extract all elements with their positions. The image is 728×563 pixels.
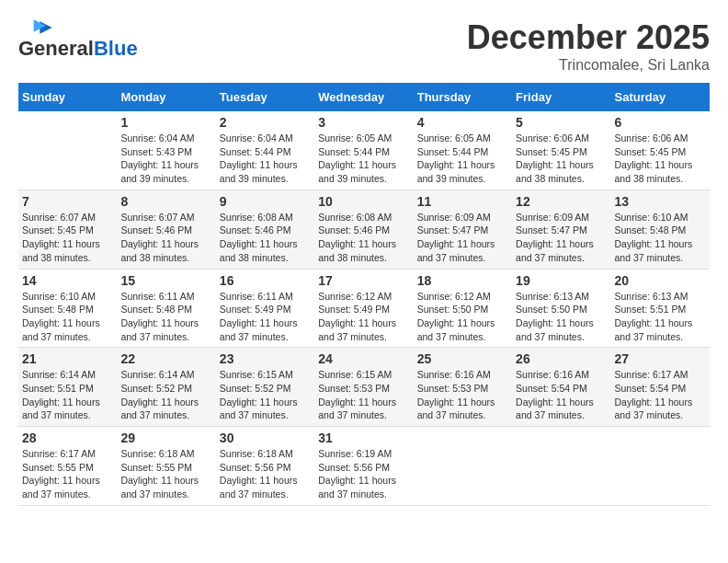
calendar-cell bbox=[611, 427, 710, 506]
calendar-cell: 16Sunrise: 6:11 AM Sunset: 5:49 PM Dayli… bbox=[216, 269, 314, 348]
cell-info: Sunrise: 6:12 AM Sunset: 5:49 PM Dayligh… bbox=[318, 290, 409, 344]
cell-info: Sunrise: 6:09 AM Sunset: 5:47 PM Dayligh… bbox=[516, 211, 607, 265]
cell-info: Sunrise: 6:16 AM Sunset: 5:53 PM Dayligh… bbox=[417, 368, 508, 422]
day-number: 8 bbox=[120, 194, 211, 209]
day-number: 17 bbox=[318, 273, 409, 288]
calendar-table: SundayMondayTuesdayWednesdayThursdayFrid… bbox=[18, 83, 710, 506]
day-number: 18 bbox=[417, 273, 508, 288]
cell-info: Sunrise: 6:04 AM Sunset: 5:43 PM Dayligh… bbox=[120, 132, 211, 186]
day-number: 5 bbox=[516, 115, 607, 130]
day-number: 4 bbox=[417, 115, 508, 130]
day-number: 25 bbox=[417, 351, 508, 366]
week-row-2: 7Sunrise: 6:07 AM Sunset: 5:45 PM Daylig… bbox=[18, 190, 710, 269]
page-header: GeneralBlue December 2025 Trincomalee, S… bbox=[18, 18, 710, 74]
day-number: 1 bbox=[120, 115, 211, 130]
day-number: 22 bbox=[120, 351, 211, 366]
day-number: 13 bbox=[615, 194, 706, 209]
header-tuesday: Tuesday bbox=[216, 83, 314, 111]
calendar-cell: 8Sunrise: 6:07 AM Sunset: 5:46 PM Daylig… bbox=[117, 190, 215, 269]
cell-info: Sunrise: 6:07 AM Sunset: 5:45 PM Dayligh… bbox=[22, 211, 113, 265]
cell-info: Sunrise: 6:09 AM Sunset: 5:47 PM Dayligh… bbox=[417, 211, 508, 265]
calendar-cell: 30Sunrise: 6:18 AM Sunset: 5:56 PM Dayli… bbox=[216, 427, 314, 506]
calendar-cell: 6Sunrise: 6:06 AM Sunset: 5:45 PM Daylig… bbox=[611, 111, 710, 190]
day-number: 29 bbox=[120, 431, 211, 445]
day-number: 31 bbox=[318, 431, 409, 445]
day-number: 27 bbox=[615, 351, 706, 366]
header-monday: Monday bbox=[117, 83, 215, 111]
calendar-cell: 10Sunrise: 6:08 AM Sunset: 5:46 PM Dayli… bbox=[314, 190, 413, 269]
cell-info: Sunrise: 6:17 AM Sunset: 5:54 PM Dayligh… bbox=[615, 368, 706, 422]
day-number: 28 bbox=[22, 431, 113, 445]
day-number: 12 bbox=[516, 194, 607, 209]
cell-info: Sunrise: 6:19 AM Sunset: 5:56 PM Dayligh… bbox=[318, 447, 409, 501]
header-saturday: Saturday bbox=[611, 83, 710, 111]
location: Trincomalee, Sri Lanka bbox=[467, 57, 710, 74]
calendar-cell: 31Sunrise: 6:19 AM Sunset: 5:56 PM Dayli… bbox=[314, 427, 413, 506]
cell-info: Sunrise: 6:16 AM Sunset: 5:54 PM Dayligh… bbox=[516, 368, 607, 422]
cell-info: Sunrise: 6:13 AM Sunset: 5:50 PM Dayligh… bbox=[516, 290, 607, 344]
day-number: 19 bbox=[516, 273, 607, 288]
cell-info: Sunrise: 6:08 AM Sunset: 5:46 PM Dayligh… bbox=[318, 211, 409, 265]
logo-icon bbox=[18, 18, 55, 37]
calendar-header-row: SundayMondayTuesdayWednesdayThursdayFrid… bbox=[18, 83, 710, 111]
cell-info: Sunrise: 6:14 AM Sunset: 5:51 PM Dayligh… bbox=[22, 368, 113, 422]
day-number: 21 bbox=[22, 351, 113, 366]
week-row-1: 1Sunrise: 6:04 AM Sunset: 5:43 PM Daylig… bbox=[18, 111, 710, 190]
calendar-cell: 7Sunrise: 6:07 AM Sunset: 5:45 PM Daylig… bbox=[18, 190, 117, 269]
cell-info: Sunrise: 6:12 AM Sunset: 5:50 PM Dayligh… bbox=[417, 290, 508, 344]
header-friday: Friday bbox=[512, 83, 610, 111]
day-number: 10 bbox=[318, 194, 409, 209]
cell-info: Sunrise: 6:05 AM Sunset: 5:44 PM Dayligh… bbox=[417, 132, 508, 186]
calendar-cell: 5Sunrise: 6:06 AM Sunset: 5:45 PM Daylig… bbox=[512, 111, 610, 190]
cell-info: Sunrise: 6:06 AM Sunset: 5:45 PM Dayligh… bbox=[516, 132, 607, 186]
cell-info: Sunrise: 6:04 AM Sunset: 5:44 PM Dayligh… bbox=[220, 132, 311, 186]
week-row-3: 14Sunrise: 6:10 AM Sunset: 5:48 PM Dayli… bbox=[18, 269, 710, 348]
cell-info: Sunrise: 6:11 AM Sunset: 5:49 PM Dayligh… bbox=[220, 290, 311, 344]
cell-info: Sunrise: 6:08 AM Sunset: 5:46 PM Dayligh… bbox=[220, 211, 311, 265]
cell-info: Sunrise: 6:17 AM Sunset: 5:55 PM Dayligh… bbox=[22, 447, 113, 501]
day-number: 26 bbox=[516, 351, 607, 366]
calendar-cell bbox=[414, 427, 512, 506]
calendar-cell: 28Sunrise: 6:17 AM Sunset: 5:55 PM Dayli… bbox=[18, 427, 117, 506]
day-number: 3 bbox=[318, 115, 409, 130]
calendar-cell: 17Sunrise: 6:12 AM Sunset: 5:49 PM Dayli… bbox=[314, 269, 413, 348]
calendar-cell: 15Sunrise: 6:11 AM Sunset: 5:48 PM Dayli… bbox=[117, 269, 215, 348]
day-number: 9 bbox=[220, 194, 311, 209]
calendar-cell: 18Sunrise: 6:12 AM Sunset: 5:50 PM Dayli… bbox=[414, 269, 512, 348]
day-number: 7 bbox=[22, 194, 113, 209]
day-number: 20 bbox=[615, 273, 706, 288]
calendar-cell: 14Sunrise: 6:10 AM Sunset: 5:48 PM Dayli… bbox=[18, 269, 117, 348]
calendar-cell: 22Sunrise: 6:14 AM Sunset: 5:52 PM Dayli… bbox=[117, 348, 215, 427]
day-number: 30 bbox=[220, 431, 311, 445]
logo: GeneralBlue bbox=[18, 18, 138, 59]
title-block: December 2025 Trincomalee, Sri Lanka bbox=[467, 18, 710, 74]
day-number: 23 bbox=[220, 351, 311, 366]
day-number: 6 bbox=[615, 115, 706, 130]
calendar-cell: 24Sunrise: 6:15 AM Sunset: 5:53 PM Dayli… bbox=[314, 348, 413, 427]
day-number: 16 bbox=[220, 273, 311, 288]
month-title: December 2025 bbox=[467, 18, 710, 57]
day-number: 14 bbox=[22, 273, 113, 288]
header-sunday: Sunday bbox=[18, 83, 117, 111]
header-thursday: Thursday bbox=[414, 83, 512, 111]
calendar-cell: 11Sunrise: 6:09 AM Sunset: 5:47 PM Dayli… bbox=[414, 190, 512, 269]
calendar-cell: 19Sunrise: 6:13 AM Sunset: 5:50 PM Dayli… bbox=[512, 269, 610, 348]
logo-text: GeneralBlue bbox=[18, 39, 138, 59]
calendar-cell: 23Sunrise: 6:15 AM Sunset: 5:52 PM Dayli… bbox=[216, 348, 314, 427]
header-wednesday: Wednesday bbox=[314, 83, 413, 111]
calendar-cell: 29Sunrise: 6:18 AM Sunset: 5:55 PM Dayli… bbox=[117, 427, 215, 506]
week-row-5: 28Sunrise: 6:17 AM Sunset: 5:55 PM Dayli… bbox=[18, 427, 710, 506]
calendar-cell: 20Sunrise: 6:13 AM Sunset: 5:51 PM Dayli… bbox=[611, 269, 710, 348]
calendar-cell: 26Sunrise: 6:16 AM Sunset: 5:54 PM Dayli… bbox=[512, 348, 610, 427]
calendar-cell: 12Sunrise: 6:09 AM Sunset: 5:47 PM Dayli… bbox=[512, 190, 610, 269]
cell-info: Sunrise: 6:05 AM Sunset: 5:44 PM Dayligh… bbox=[318, 132, 409, 186]
cell-info: Sunrise: 6:18 AM Sunset: 5:56 PM Dayligh… bbox=[220, 447, 311, 501]
cell-info: Sunrise: 6:10 AM Sunset: 5:48 PM Dayligh… bbox=[615, 211, 706, 265]
cell-info: Sunrise: 6:07 AM Sunset: 5:46 PM Dayligh… bbox=[120, 211, 211, 265]
cell-info: Sunrise: 6:11 AM Sunset: 5:48 PM Dayligh… bbox=[120, 290, 211, 344]
week-row-4: 21Sunrise: 6:14 AM Sunset: 5:51 PM Dayli… bbox=[18, 348, 710, 427]
calendar-cell bbox=[512, 427, 610, 506]
calendar-cell: 25Sunrise: 6:16 AM Sunset: 5:53 PM Dayli… bbox=[414, 348, 512, 427]
cell-info: Sunrise: 6:10 AM Sunset: 5:48 PM Dayligh… bbox=[22, 290, 113, 344]
logo-blue: Blue bbox=[94, 37, 138, 60]
